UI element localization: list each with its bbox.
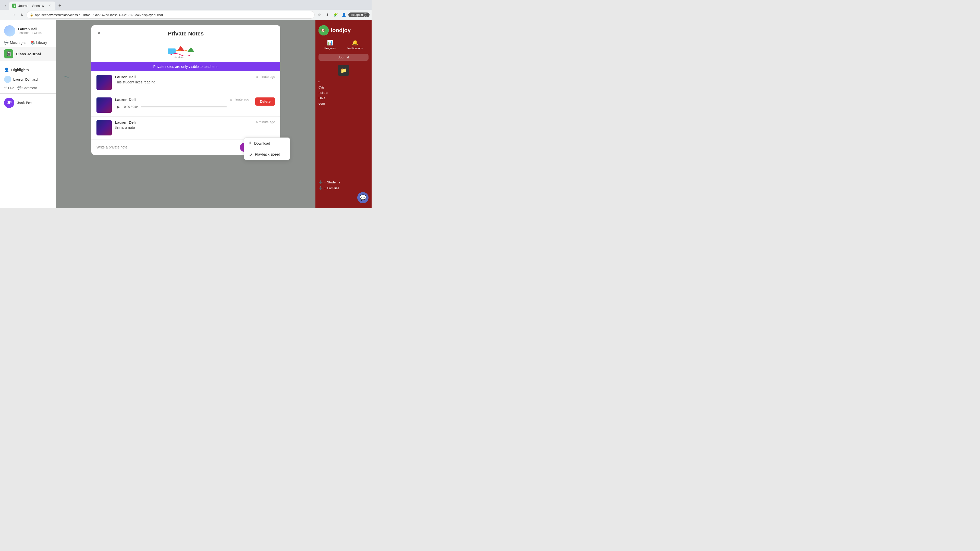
- note-item-1: Lauren Deli This student likes reading. …: [91, 71, 280, 94]
- svg-text:structure...: structure...: [174, 56, 185, 59]
- note-content-2: Lauren Deli ▶ 0:00 / 0:04: [115, 97, 227, 110]
- private-notes-banner: Private notes are only visible to teache…: [91, 62, 280, 71]
- modal-body[interactable]: Lauren Deli This student likes reading. …: [91, 71, 280, 139]
- browser-titlebar: ‹ S Journal - Seesaw ✕ +: [0, 0, 372, 10]
- user-info: Lauren Deli Teacher · 1 Class: [18, 27, 41, 35]
- top-nav-row: 💬 Messages 📚 Library: [0, 38, 56, 47]
- delete-btn[interactable]: Delete: [255, 97, 275, 106]
- svg-text:🐶: 🐶: [321, 29, 325, 33]
- new-tab-btn[interactable]: +: [56, 2, 63, 9]
- left-sidebar: Lauren Deli Teacher · 1 Class 💬 Messages…: [0, 20, 56, 208]
- audio-player: ▶ 0:00 / 0:04: [115, 103, 227, 110]
- messages-nav-item[interactable]: 💬 Messages: [4, 41, 26, 44]
- nav-forward-btn[interactable]: →: [10, 11, 18, 18]
- right-sidebar: 🐶 loodjoy 📊 Progress 🔔 Notifications Jou…: [315, 20, 372, 208]
- highlights-item[interactable]: 👤 Highlights: [0, 65, 56, 74]
- nav-back-btn[interactable]: ←: [2, 11, 9, 18]
- svg-rect-0: [168, 48, 176, 54]
- add-students-label: + Students: [324, 180, 340, 184]
- note-time-3: a minute ago: [256, 120, 275, 124]
- tab-label: Journal - Seesaw: [18, 4, 44, 8]
- right-journal-btn[interactable]: Journal: [318, 54, 369, 61]
- note-time-1: a minute ago: [256, 75, 275, 79]
- chat-bubble-btn[interactable]: 💬: [357, 192, 369, 203]
- right-nav-notifications[interactable]: 🔔 Notifications: [347, 40, 363, 50]
- context-menu-download[interactable]: ⬇ Download: [244, 138, 290, 149]
- tab-favicon: S: [12, 3, 16, 8]
- write-note-input[interactable]: [97, 145, 237, 149]
- class-journal-item[interactable]: 📓 Class Journal: [0, 47, 56, 61]
- right-list-item-5[interactable]: eem: [318, 102, 369, 105]
- modal-overlay: × Private Notes str: [56, 20, 315, 208]
- highlights-icon: 👤: [4, 67, 9, 72]
- download-icon: ⬇: [248, 141, 251, 146]
- right-journal-label: Journal: [338, 56, 349, 59]
- messages-icon: 💬: [4, 41, 8, 44]
- jack-pot-initials: JP: [6, 100, 12, 105]
- profile-btn[interactable]: 👤: [340, 11, 347, 18]
- incognito-badge[interactable]: Incognito (2): [348, 13, 369, 17]
- window-back-btn[interactable]: ‹: [2, 2, 9, 9]
- notifications-label: Notifications: [347, 47, 363, 50]
- svg-marker-2: [187, 47, 195, 52]
- library-nav-item[interactable]: 📚 Library: [30, 41, 47, 44]
- commenter-avatar: [4, 76, 11, 83]
- comment-item: Lauren Deli asd: [0, 74, 56, 84]
- add-students-btn[interactable]: ➕ + Students: [318, 180, 369, 184]
- context-menu-playback[interactable]: ⏱ Playback speed: [244, 149, 290, 160]
- like-label: Like: [8, 86, 14, 90]
- bookmark-btn[interactable]: ☆: [316, 11, 323, 18]
- commenter-name: Lauren Deli: [13, 78, 32, 81]
- note-content-3: Lauren Deli this is a note: [115, 120, 253, 130]
- library-icon: 📚: [30, 41, 35, 44]
- highlights-label: Highlights: [11, 68, 29, 72]
- right-folder-btn[interactable]: 📁: [338, 65, 349, 76]
- comment-label: Comment: [22, 86, 37, 90]
- note-text-3: this is a note: [115, 125, 253, 130]
- right-list-item-3[interactable]: ouises: [318, 91, 369, 95]
- address-lock-icon: 🔒: [30, 13, 33, 17]
- nav-refresh-btn[interactable]: ↻: [18, 11, 25, 18]
- note-thumb-1: [97, 75, 112, 90]
- modal-header: × Private Notes: [91, 25, 280, 40]
- tab-close-btn[interactable]: ✕: [48, 3, 52, 8]
- app-layout: Lauren Deli Teacher · 1 Class 💬 Messages…: [0, 20, 372, 208]
- playback-icon: ⏱: [248, 152, 252, 157]
- note-author-1: Lauren Deli: [115, 75, 253, 79]
- user-role: Teacher · 1 Class: [18, 31, 41, 35]
- browser-chrome: ‹ S Journal - Seesaw ✕ + ← → ↻ 🔒 app.see…: [0, 0, 372, 20]
- jack-pot-name: Jack Pot: [17, 101, 32, 105]
- add-students-icon: ➕: [318, 180, 323, 184]
- jack-pot-item[interactable]: JP Jack Pot: [0, 96, 56, 110]
- add-families-btn[interactable]: ➕ + Families: [318, 186, 369, 190]
- download-btn[interactable]: ⬇: [324, 11, 331, 18]
- progress-bar[interactable]: [141, 106, 227, 107]
- note-thumb-2: [97, 97, 112, 113]
- user-avatar: [4, 25, 15, 37]
- note-item-2: Lauren Deli ▶ 0:00 / 0:04 a minute ago D…: [91, 94, 280, 117]
- right-list-item-1[interactable]: t: [318, 80, 369, 84]
- like-btn[interactable]: ♡ Like: [4, 86, 14, 90]
- address-text: app.seesaw.me/#/class/class.e01bf4c2-9a2…: [35, 13, 163, 17]
- right-list-item-4[interactable]: Dale: [318, 96, 369, 100]
- library-label: Library: [36, 41, 47, 44]
- right-list-item-2[interactable]: Cris: [318, 86, 369, 89]
- banner-text: Private notes are only visible to teache…: [153, 65, 218, 68]
- messages-label: Messages: [10, 41, 26, 44]
- extensions-btn[interactable]: 🧩: [332, 11, 339, 18]
- progress-label: Progress: [325, 47, 336, 50]
- comment-icon: 💬: [18, 86, 21, 90]
- right-brand-name: loodjoy: [331, 27, 351, 34]
- play-btn[interactable]: ▶: [115, 103, 122, 110]
- right-top-bar: 🐶 loodjoy: [315, 23, 372, 38]
- nav-actions: ☆ ⬇ 🧩 👤 Incognito (2): [316, 11, 369, 18]
- jack-pot-avatar: JP: [4, 98, 14, 108]
- comment-btn[interactable]: 💬 Comment: [18, 86, 37, 90]
- right-nav-progress[interactable]: 📊 Progress: [325, 40, 336, 50]
- playback-label: Playback speed: [255, 152, 280, 156]
- add-families-label: + Families: [324, 186, 339, 190]
- time-display: 0:00 / 0:04: [124, 105, 138, 109]
- modal-close-btn[interactable]: ×: [95, 29, 103, 37]
- address-bar[interactable]: 🔒 app.seesaw.me/#/class/class.e01bf4c2-9…: [27, 11, 315, 19]
- browser-tab[interactable]: S Journal - Seesaw ✕: [9, 2, 55, 10]
